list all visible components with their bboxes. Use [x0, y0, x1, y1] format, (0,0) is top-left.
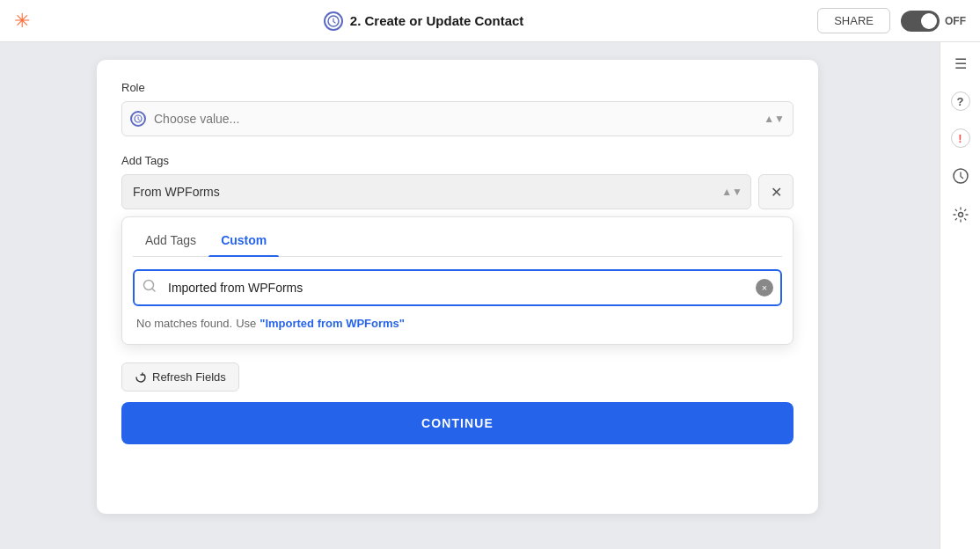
add-tags-label: Add Tags	[121, 154, 794, 167]
search-input[interactable]	[133, 269, 782, 306]
top-bar-center: 2. Create or Update Contact	[324, 11, 524, 31]
no-matches-text: No matches found.	[136, 317, 232, 330]
top-bar: ✳ 2. Create or Update Contact SHARE OFF	[0, 0, 980, 42]
search-clear-icon: ×	[762, 282, 767, 293]
no-matches-use: Use	[236, 317, 256, 330]
right-sidebar: ☰ ? !	[940, 42, 980, 549]
clear-tags-button[interactable]: ✕	[758, 174, 794, 209]
step-icon	[324, 11, 343, 31]
search-clear-button[interactable]: ×	[756, 279, 773, 296]
refresh-icon	[135, 371, 147, 384]
toggle-switch[interactable]	[901, 11, 940, 32]
help-icon[interactable]: ?	[951, 92, 970, 111]
search-box: ×	[133, 269, 782, 306]
tab-add-tags[interactable]: Add Tags	[133, 228, 208, 256]
no-matches-message: No matches found. Use "Imported from WPF…	[133, 306, 782, 333]
refresh-fields-button[interactable]: Refresh Fields	[121, 362, 239, 392]
toggle-container: OFF	[901, 11, 966, 32]
tags-select-wrapper: ▲▼	[121, 174, 751, 209]
clock-icon[interactable]	[950, 165, 971, 187]
dropdown-tabs: Add Tags Custom	[133, 228, 782, 257]
add-tags-field-group: Add Tags ▲▼ ✕ Add Tags Custom	[121, 154, 794, 345]
role-select-wrapper: ▲▼	[121, 101, 794, 136]
top-bar-right: SHARE OFF	[817, 8, 966, 33]
svg-point-2	[958, 213, 962, 217]
tab-custom[interactable]: Custom	[208, 228, 279, 256]
role-label: Role	[121, 81, 794, 94]
role-input[interactable]	[121, 101, 794, 136]
dropdown-panel: Add Tags Custom ×	[121, 216, 794, 345]
menu-icon[interactable]: ☰	[950, 53, 971, 74]
no-matches-link[interactable]: "Imported from WPForms"	[260, 317, 405, 330]
alert-icon[interactable]: !	[951, 128, 970, 148]
main-card: Role ▲▼ Add Tags ▲▼ ✕	[97, 60, 818, 514]
refresh-label: Refresh Fields	[152, 370, 226, 384]
share-button[interactable]: SHARE	[817, 8, 890, 33]
logo-icon[interactable]: ✳	[14, 10, 30, 33]
settings-icon[interactable]	[950, 204, 971, 225]
bottom-actions: Refresh Fields CONTINUE	[121, 362, 794, 444]
page-title: 2. Create or Update Contact	[350, 13, 524, 28]
top-bar-left: ✳	[14, 10, 30, 33]
continue-button[interactable]: CONTINUE	[121, 402, 794, 444]
tags-row: ▲▼ ✕	[121, 174, 794, 209]
main-content: Role ▲▼ Add Tags ▲▼ ✕	[0, 42, 940, 549]
toggle-label: OFF	[945, 15, 966, 27]
tags-input[interactable]	[121, 174, 751, 209]
role-field-group: Role ▲▼	[121, 81, 794, 136]
role-select-icon	[130, 111, 146, 127]
